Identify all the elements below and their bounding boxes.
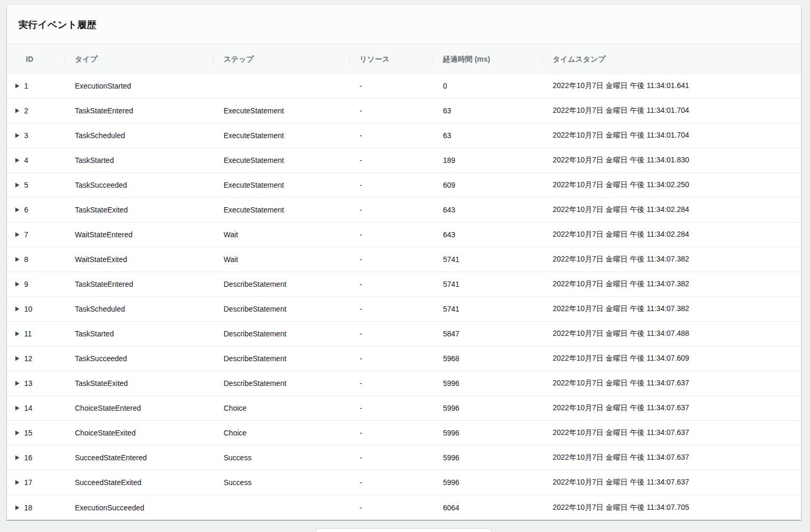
cell-step: DescribeStatement [213,305,349,313]
cell-type: SucceedStateEntered [64,453,213,462]
expand-row-icon[interactable]: ▶ [15,207,20,213]
cell-step: ExecuteStatement [213,156,349,165]
cell-resource: - [349,107,432,115]
cell-type: TaskStateEntered [64,107,213,115]
column-header-elapsed: 経過時間 (ms) [432,44,542,74]
expand-row-icon[interactable]: ▶ [15,83,20,89]
cell-step: Choice [213,429,349,437]
row-id-label: 8 [24,255,28,264]
cell-type: WaitStateExited [64,255,213,264]
cell-id: ▶ 8 [7,255,64,264]
cell-resource: - [349,156,432,165]
cell-resource: - [349,504,432,512]
cell-timestamp: 2022年10月7日 金曜日 午後 11:34:07.609 [542,354,801,363]
table-row: ▶ 7 WaitStateEntered Wait - 643 2022年10月… [7,223,801,247]
row-id-label: 2 [24,107,28,115]
cell-resource: - [349,453,432,462]
cell-timestamp: 2022年10月7日 金曜日 午後 11:34:01.704 [542,131,801,140]
row-id-label: 14 [24,404,33,412]
cell-elapsed: 643 [432,230,542,239]
cell-elapsed: 5741 [432,305,542,313]
bottom-partial-box[interactable] [316,528,491,532]
cell-type: ExecutionStarted [64,82,213,90]
expand-row-icon[interactable]: ▶ [15,256,20,263]
cell-id: ▶ 1 [7,82,64,90]
cell-timestamp: 2022年10月7日 金曜日 午後 11:34:07.637 [542,453,801,462]
cell-type: ExecutionSucceeded [64,504,213,512]
row-id-label: 17 [24,478,33,487]
cell-id: ▶ 13 [7,379,64,388]
expand-row-icon[interactable]: ▶ [15,281,20,287]
cell-step: DescribeStatement [213,280,349,288]
cell-type: TaskSucceeded [64,181,213,189]
table-row: ▶ 1 ExecutionStarted - 0 2022年10月7日 金曜日 … [7,74,801,99]
cell-id: ▶ 5 [7,181,64,189]
cell-step: Choice [213,404,349,412]
table-row: ▶ 18 ExecutionSucceeded - 6064 2022年10月7… [7,495,801,520]
cell-id: ▶ 18 [7,504,64,512]
cell-type: TaskStateExited [64,379,213,388]
cell-id: ▶ 4 [7,156,64,165]
cell-type: TaskScheduled [64,131,213,140]
expand-row-icon[interactable]: ▶ [15,157,20,163]
cell-step: Success [213,478,349,487]
table-row: ▶ 16 SucceedStateEntered Success - 5996 … [7,446,801,470]
column-header-timestamp: タイムスタンプ [542,44,801,74]
table-row: ▶ 15 ChoiceStateExited Choice - 5996 202… [7,421,801,446]
expand-row-icon[interactable]: ▶ [15,132,20,139]
panel-header: 実行イベント履歴 [7,5,801,44]
cell-id: ▶ 11 [7,330,64,338]
expand-row-icon[interactable]: ▶ [15,505,20,511]
cell-id: ▶ 6 [7,206,64,214]
table-row: ▶ 9 TaskStateEntered DescribeStatement -… [7,272,801,297]
expand-row-icon[interactable]: ▶ [15,355,20,362]
table-row: ▶ 3 TaskScheduled ExecuteStatement - 63 … [7,123,801,148]
cell-elapsed: 63 [432,131,542,140]
table-row: ▶ 10 TaskScheduled DescribeStatement - 5… [7,297,801,322]
column-header-resource: リソース [349,44,432,74]
expand-row-icon[interactable]: ▶ [15,182,20,188]
cell-type: TaskScheduled [64,305,213,313]
cell-id: ▶ 15 [7,429,64,437]
cell-timestamp: 2022年10月7日 金曜日 午後 11:34:07.382 [542,279,801,289]
cell-resource: - [349,131,432,140]
cell-resource: - [349,206,432,214]
row-id-label: 11 [24,330,32,338]
cell-id: ▶ 10 [7,305,64,313]
cell-step: DescribeStatement [213,354,349,363]
cell-elapsed: 189 [432,156,542,165]
cell-resource: - [349,181,432,189]
cell-elapsed: 5741 [432,255,542,264]
cell-id: ▶ 3 [7,131,64,140]
cell-timestamp: 2022年10月7日 金曜日 午後 11:34:07.637 [542,379,801,388]
cell-resource: - [349,429,432,437]
expand-row-icon[interactable]: ▶ [15,380,20,386]
expand-row-icon[interactable]: ▶ [15,108,20,114]
table-row: ▶ 14 ChoiceStateEntered Choice - 5996 20… [7,396,801,421]
expand-row-icon[interactable]: ▶ [15,331,20,337]
expand-row-icon[interactable]: ▶ [15,479,20,486]
cell-timestamp: 2022年10月7日 金曜日 午後 11:34:02.284 [542,230,801,239]
table-row: ▶ 12 TaskSucceeded DescribeStatement - 5… [7,346,801,371]
page-title: 実行イベント履歴 [18,18,97,31]
table-row: ▶ 2 TaskStateEntered ExecuteStatement - … [7,99,801,123]
expand-row-icon[interactable]: ▶ [15,405,20,411]
table-header-row: ID タイプ ステップ リソース 経過時間 (ms) タイムスタンプ [7,44,801,74]
expand-row-icon[interactable]: ▶ [15,430,20,436]
column-header-type: タイプ [64,44,213,74]
cell-id: ▶ 2 [7,107,64,115]
cell-step: ExecuteStatement [213,206,349,214]
expand-row-icon[interactable]: ▶ [15,306,20,312]
row-id-label: 16 [24,453,33,462]
expand-row-icon[interactable]: ▶ [15,454,20,461]
cell-step: DescribeStatement [213,330,349,338]
cell-id: ▶ 14 [7,404,64,412]
cell-id: ▶ 17 [7,478,64,487]
row-id-label: 5 [24,181,28,189]
expand-row-icon[interactable]: ▶ [15,231,20,238]
table-row: ▶ 6 TaskStateExited ExecuteStatement - 6… [7,198,801,223]
cell-type: TaskSucceeded [64,354,213,363]
cell-id: ▶ 7 [7,230,64,239]
cell-step: ExecuteStatement [213,107,349,115]
row-id-label: 12 [24,354,33,363]
